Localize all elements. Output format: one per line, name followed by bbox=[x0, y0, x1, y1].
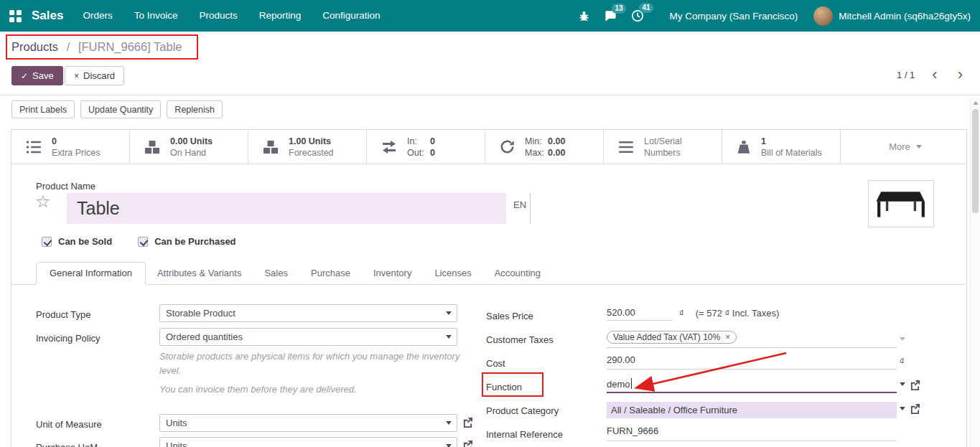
menu-products[interactable]: Products bbox=[189, 0, 248, 32]
print-labels-button[interactable]: Print Labels bbox=[11, 100, 75, 118]
tab-general-information[interactable]: General Information bbox=[36, 262, 146, 285]
close-icon: × bbox=[74, 71, 79, 81]
purchase-uom-select[interactable]: Units bbox=[159, 437, 457, 447]
breadcrumb-separator: / bbox=[67, 40, 70, 53]
pager-next-icon[interactable]: › bbox=[955, 67, 966, 82]
uom-external-link-icon[interactable] bbox=[462, 417, 473, 428]
sales-price-input[interactable]: 520.00 bbox=[607, 307, 673, 321]
invoicing-policy-select[interactable]: Ordered quantities bbox=[159, 328, 457, 346]
pricelist-icon bbox=[25, 138, 42, 156]
action-button-row: Print Labels Update Quantity Replenish bbox=[0, 95, 970, 129]
product-category-external-link-icon[interactable] bbox=[910, 403, 920, 414]
menu-to-invoice[interactable]: To Invoice bbox=[123, 0, 189, 32]
function-external-link-icon[interactable] bbox=[910, 380, 920, 390]
stat-value: 0 bbox=[430, 148, 435, 158]
internal-reference-input[interactable]: FURN_9666 bbox=[607, 425, 897, 441]
stat-on-hand[interactable]: 0.00 Units On Hand bbox=[130, 130, 248, 164]
notebook-tabs: General Information Attributes & Variant… bbox=[11, 263, 966, 285]
stat-forecasted[interactable]: 1.00 Units Forecasted bbox=[248, 130, 367, 164]
stat-label: Extra Prices bbox=[52, 147, 100, 159]
chevron-down-icon[interactable] bbox=[900, 407, 905, 410]
menu-reporting[interactable]: Reporting bbox=[248, 0, 312, 32]
sales-price-label: Sales Price bbox=[486, 311, 533, 321]
replenish-button[interactable]: Replenish bbox=[167, 100, 223, 118]
vertical-scrollbar[interactable] bbox=[970, 98, 980, 447]
more-button[interactable]: More bbox=[844, 130, 966, 164]
can-be-sold-label[interactable]: Can be Sold bbox=[58, 236, 112, 247]
tab-licenses[interactable]: Licenses bbox=[423, 263, 482, 284]
menu-configuration[interactable]: Configuration bbox=[312, 0, 391, 32]
chevron-down-icon[interactable] bbox=[900, 382, 905, 386]
exchange-arrows-icon bbox=[381, 138, 398, 156]
stat-bill-of-materials[interactable]: 1 Bill of Materials bbox=[722, 130, 841, 164]
user-avatar[interactable] bbox=[813, 6, 833, 26]
activities-badge: 41 bbox=[639, 3, 653, 13]
product-category-label: Product Category bbox=[486, 405, 559, 416]
customer-tax-tag[interactable]: Value Added Tax (VAT) 10% × bbox=[607, 331, 737, 344]
remove-tag-icon[interactable]: × bbox=[725, 333, 730, 342]
favorite-star-icon[interactable]: ☆ bbox=[35, 193, 51, 210]
pager-previous-icon[interactable]: ‹ bbox=[929, 67, 940, 82]
main-menu: Orders To Invoice Products Reporting Con… bbox=[72, 0, 391, 32]
stat-label: Numbers bbox=[644, 147, 682, 159]
stat-value: 1.00 Units bbox=[289, 136, 334, 147]
user-menu[interactable]: Mitchell Admin (sq6ha26gty5x) bbox=[839, 11, 971, 22]
function-label: Function bbox=[486, 382, 522, 392]
can-be-sold-checkbox[interactable] bbox=[42, 237, 52, 247]
tab-inventory[interactable]: Inventory bbox=[362, 263, 423, 284]
menu-orders[interactable]: Orders bbox=[72, 0, 123, 32]
pager: 1 / 1 ‹ › bbox=[897, 67, 966, 82]
product-image[interactable] bbox=[868, 180, 934, 227]
purchase-uom-external-link-icon[interactable] bbox=[462, 440, 473, 447]
tab-accounting[interactable]: Accounting bbox=[483, 263, 552, 284]
stat-lot-serial[interactable]: Lot/Serial Numbers bbox=[604, 130, 722, 164]
chevron-down-icon bbox=[446, 335, 452, 339]
stat-label: On Hand bbox=[170, 147, 213, 159]
tab-attributes-variants[interactable]: Attributes & Variants bbox=[146, 263, 253, 284]
product-category-field[interactable]: All / Saleable / Office Furniture bbox=[607, 402, 897, 418]
company-switcher[interactable]: My Company (San Francisco) bbox=[670, 11, 798, 22]
can-be-purchased-label[interactable]: Can be Purchased bbox=[154, 236, 235, 247]
help-text-invoice: You can invoice them before they are del… bbox=[159, 382, 470, 397]
stat-label: Bill of Materials bbox=[761, 147, 822, 159]
stat-reordering-rules[interactable]: Min:0.00 Max:0.00 bbox=[485, 130, 604, 164]
tab-sales[interactable]: Sales bbox=[253, 263, 299, 284]
tax-included-hint: (= 572 ₫ Incl. Taxes) bbox=[696, 308, 780, 319]
refresh-icon bbox=[499, 138, 515, 155]
chevron-down-icon[interactable] bbox=[900, 337, 905, 341]
stat-label: Out: bbox=[407, 147, 430, 159]
pager-value: 1 / 1 bbox=[897, 70, 915, 80]
activities-clock-icon[interactable]: 41 bbox=[624, 6, 651, 26]
stat-extra-prices[interactable]: 0 Extra Prices bbox=[11, 130, 130, 164]
messages-icon[interactable]: 13 bbox=[597, 6, 624, 26]
stat-value: 0.00 Units bbox=[170, 136, 213, 147]
stat-label: Lot/Serial bbox=[644, 136, 682, 147]
product-type-select[interactable]: Storable Product bbox=[159, 304, 457, 322]
stat-label: In: bbox=[407, 136, 430, 147]
breadcrumb-products[interactable]: Products bbox=[11, 40, 58, 53]
function-input[interactable]: demo bbox=[607, 378, 897, 393]
invoicing-policy-label: Invoicing Policy bbox=[36, 333, 101, 344]
save-button[interactable]: ✓ Save bbox=[11, 66, 63, 85]
debug-bug-icon[interactable] bbox=[571, 6, 597, 26]
scroll-up-icon[interactable] bbox=[973, 101, 979, 105]
can-be-purchased-checkbox[interactable] bbox=[138, 237, 148, 247]
apps-menu-icon[interactable] bbox=[9, 10, 22, 22]
product-name-input[interactable]: Table bbox=[67, 193, 506, 224]
language-badge[interactable]: EN bbox=[513, 199, 526, 210]
cost-input[interactable]: 290.00 bbox=[607, 354, 897, 370]
chevron-down-icon bbox=[446, 444, 452, 447]
stat-label: Forecasted bbox=[289, 147, 334, 159]
stat-label: Max: bbox=[525, 147, 548, 159]
discard-button[interactable]: × Discard bbox=[65, 66, 124, 85]
customer-taxes-field[interactable]: Value Added Tax (VAT) 10% × bbox=[607, 331, 897, 348]
stat-in-out[interactable]: In:0 Out:0 bbox=[367, 130, 485, 164]
stat-label: Min: bbox=[525, 136, 548, 147]
tab-purchase[interactable]: Purchase bbox=[299, 263, 362, 284]
scrollbar-thumb[interactable] bbox=[972, 109, 979, 213]
form-sheet: 0 Extra Prices 0.00 Units On Hand 1.00 U… bbox=[11, 129, 967, 447]
update-quantity-button[interactable]: Update Quantity bbox=[80, 100, 161, 118]
uom-select[interactable]: Units bbox=[159, 414, 457, 432]
app-name[interactable]: Sales bbox=[32, 9, 63, 23]
check-icon: ✓ bbox=[21, 71, 28, 81]
